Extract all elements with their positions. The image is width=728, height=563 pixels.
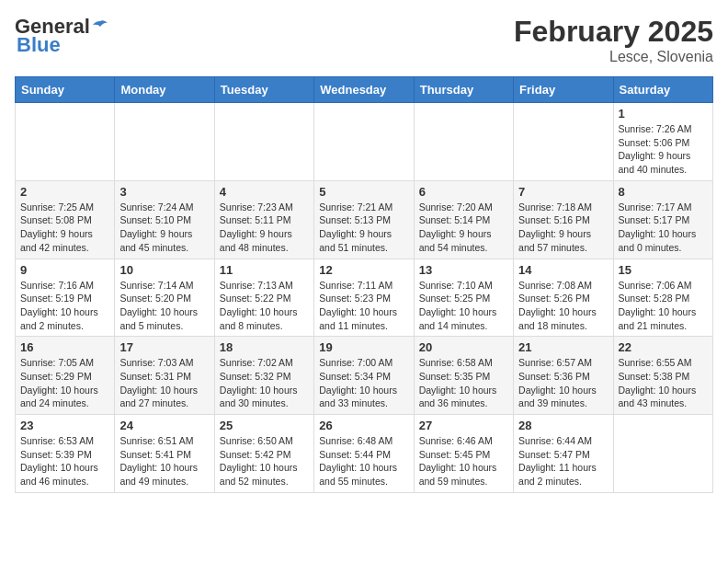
calendar-cell: 26Sunrise: 6:48 AM Sunset: 5:44 PM Dayli… <box>314 415 414 493</box>
day-info: Sunrise: 7:13 AM Sunset: 5:22 PM Dayligh… <box>220 279 309 333</box>
calendar-cell: 8Sunrise: 7:17 AM Sunset: 5:17 PM Daylig… <box>613 180 712 259</box>
calendar-cell: 6Sunrise: 7:20 AM Sunset: 5:14 PM Daylig… <box>414 180 513 259</box>
day-number: 20 <box>419 340 508 354</box>
calendar-cell <box>613 415 712 493</box>
day-info: Sunrise: 7:02 AM Sunset: 5:32 PM Dayligh… <box>220 356 309 410</box>
weekday-header: Tuesday <box>214 77 313 103</box>
day-number: 7 <box>518 185 608 199</box>
day-number: 4 <box>220 185 309 199</box>
weekday-header: Monday <box>115 77 214 103</box>
calendar-cell: 16Sunrise: 7:05 AM Sunset: 5:29 PM Dayli… <box>16 337 115 415</box>
weekday-header: Thursday <box>414 77 513 103</box>
calendar-week-row: 1Sunrise: 7:26 AM Sunset: 5:06 PM Daylig… <box>16 103 713 181</box>
day-number: 10 <box>119 263 209 277</box>
day-info: Sunrise: 6:53 AM Sunset: 5:39 PM Dayligh… <box>20 434 109 488</box>
calendar-cell <box>314 103 414 181</box>
day-number: 17 <box>119 340 209 354</box>
day-number: 14 <box>518 263 608 277</box>
calendar-cell: 7Sunrise: 7:18 AM Sunset: 5:16 PM Daylig… <box>514 180 613 259</box>
calendar-cell <box>514 103 613 181</box>
calendar-cell: 28Sunrise: 6:44 AM Sunset: 5:47 PM Dayli… <box>514 415 613 493</box>
day-info: Sunrise: 6:48 AM Sunset: 5:44 PM Dayligh… <box>319 434 408 488</box>
calendar-cell: 9Sunrise: 7:16 AM Sunset: 5:19 PM Daylig… <box>16 259 115 337</box>
weekday-header: Saturday <box>613 77 712 103</box>
day-info: Sunrise: 7:08 AM Sunset: 5:26 PM Dayligh… <box>518 279 608 333</box>
calendar-cell: 25Sunrise: 6:50 AM Sunset: 5:42 PM Dayli… <box>214 415 313 493</box>
day-info: Sunrise: 6:46 AM Sunset: 5:45 PM Dayligh… <box>419 434 508 488</box>
calendar-cell: 3Sunrise: 7:24 AM Sunset: 5:10 PM Daylig… <box>115 180 214 259</box>
calendar-cell: 15Sunrise: 7:06 AM Sunset: 5:28 PM Dayli… <box>613 259 712 337</box>
logo-bird-icon <box>91 19 109 34</box>
calendar-cell <box>115 103 214 181</box>
calendar-cell: 19Sunrise: 7:00 AM Sunset: 5:34 PM Dayli… <box>314 337 414 415</box>
calendar-week-row: 2Sunrise: 7:25 AM Sunset: 5:08 PM Daylig… <box>16 180 713 259</box>
day-number: 11 <box>220 263 309 277</box>
weekday-header: Friday <box>514 77 613 103</box>
month-title: February 2025 <box>514 15 713 49</box>
calendar-cell: 27Sunrise: 6:46 AM Sunset: 5:45 PM Dayli… <box>414 415 513 493</box>
day-info: Sunrise: 7:26 AM Sunset: 5:06 PM Dayligh… <box>619 122 708 177</box>
calendar-cell: 2Sunrise: 7:25 AM Sunset: 5:08 PM Daylig… <box>16 180 115 259</box>
calendar-cell: 18Sunrise: 7:02 AM Sunset: 5:32 PM Dayli… <box>214 337 313 415</box>
day-info: Sunrise: 7:11 AM Sunset: 5:23 PM Dayligh… <box>319 279 408 333</box>
location: Lesce, Slovenia <box>514 49 713 65</box>
day-info: Sunrise: 7:24 AM Sunset: 5:10 PM Dayligh… <box>119 201 209 255</box>
day-number: 23 <box>20 419 109 432</box>
day-info: Sunrise: 7:06 AM Sunset: 5:28 PM Dayligh… <box>619 279 708 333</box>
day-info: Sunrise: 7:17 AM Sunset: 5:17 PM Dayligh… <box>619 201 708 255</box>
day-number: 5 <box>319 185 408 199</box>
logo-blue: Blue <box>17 33 61 57</box>
day-number: 22 <box>619 340 708 354</box>
logo: General Blue <box>15 15 110 57</box>
day-number: 12 <box>319 263 408 277</box>
calendar-cell <box>214 103 313 181</box>
day-info: Sunrise: 7:23 AM Sunset: 5:11 PM Dayligh… <box>220 201 309 255</box>
day-info: Sunrise: 6:51 AM Sunset: 5:41 PM Dayligh… <box>119 434 209 488</box>
calendar-cell: 4Sunrise: 7:23 AM Sunset: 5:11 PM Daylig… <box>214 180 313 259</box>
calendar-cell <box>414 103 513 181</box>
calendar-cell: 1Sunrise: 7:26 AM Sunset: 5:06 PM Daylig… <box>613 103 712 181</box>
day-info: Sunrise: 6:57 AM Sunset: 5:36 PM Dayligh… <box>518 356 608 410</box>
day-number: 25 <box>220 419 309 432</box>
day-number: 18 <box>220 340 309 354</box>
calendar-cell: 23Sunrise: 6:53 AM Sunset: 5:39 PM Dayli… <box>16 415 115 493</box>
day-number: 6 <box>419 185 508 199</box>
day-number: 8 <box>619 185 708 199</box>
day-info: Sunrise: 7:20 AM Sunset: 5:14 PM Dayligh… <box>419 201 508 255</box>
calendar-cell: 20Sunrise: 6:58 AM Sunset: 5:35 PM Dayli… <box>414 337 513 415</box>
day-number: 16 <box>20 340 109 354</box>
calendar-table: SundayMondayTuesdayWednesdayThursdayFrid… <box>15 76 713 493</box>
day-info: Sunrise: 7:25 AM Sunset: 5:08 PM Dayligh… <box>20 201 109 255</box>
day-info: Sunrise: 6:58 AM Sunset: 5:35 PM Dayligh… <box>419 356 508 410</box>
day-info: Sunrise: 7:16 AM Sunset: 5:19 PM Dayligh… <box>20 279 109 333</box>
day-number: 27 <box>419 419 508 432</box>
calendar-week-row: 16Sunrise: 7:05 AM Sunset: 5:29 PM Dayli… <box>16 337 713 415</box>
weekday-header-row: SundayMondayTuesdayWednesdayThursdayFrid… <box>16 77 713 103</box>
day-number: 24 <box>119 419 209 432</box>
calendar-cell: 5Sunrise: 7:21 AM Sunset: 5:13 PM Daylig… <box>314 180 414 259</box>
day-number: 21 <box>518 340 608 354</box>
day-info: Sunrise: 7:00 AM Sunset: 5:34 PM Dayligh… <box>319 356 408 410</box>
day-info: Sunrise: 7:18 AM Sunset: 5:16 PM Dayligh… <box>518 201 608 255</box>
calendar-week-row: 23Sunrise: 6:53 AM Sunset: 5:39 PM Dayli… <box>16 415 713 493</box>
weekday-header: Wednesday <box>314 77 414 103</box>
day-info: Sunrise: 7:14 AM Sunset: 5:20 PM Dayligh… <box>119 279 209 333</box>
calendar-cell: 21Sunrise: 6:57 AM Sunset: 5:36 PM Dayli… <box>514 337 613 415</box>
calendar-cell: 12Sunrise: 7:11 AM Sunset: 5:23 PM Dayli… <box>314 259 414 337</box>
day-number: 2 <box>20 185 109 199</box>
day-number: 3 <box>119 185 209 199</box>
calendar-cell: 11Sunrise: 7:13 AM Sunset: 5:22 PM Dayli… <box>214 259 313 337</box>
day-info: Sunrise: 6:55 AM Sunset: 5:38 PM Dayligh… <box>619 356 708 410</box>
day-info: Sunrise: 6:50 AM Sunset: 5:42 PM Dayligh… <box>220 434 309 488</box>
day-number: 15 <box>619 263 708 277</box>
calendar-cell: 24Sunrise: 6:51 AM Sunset: 5:41 PM Dayli… <box>115 415 214 493</box>
day-info: Sunrise: 7:03 AM Sunset: 5:31 PM Dayligh… <box>119 356 209 410</box>
title-block: February 2025 Lesce, Slovenia <box>514 15 713 65</box>
page-header: General Blue February 2025 Lesce, Sloven… <box>15 15 713 65</box>
calendar-week-row: 9Sunrise: 7:16 AM Sunset: 5:19 PM Daylig… <box>16 259 713 337</box>
day-number: 1 <box>619 107 708 121</box>
day-info: Sunrise: 6:44 AM Sunset: 5:47 PM Dayligh… <box>518 434 608 488</box>
calendar-cell: 10Sunrise: 7:14 AM Sunset: 5:20 PM Dayli… <box>115 259 214 337</box>
calendar-cell: 17Sunrise: 7:03 AM Sunset: 5:31 PM Dayli… <box>115 337 214 415</box>
day-number: 26 <box>319 419 408 432</box>
